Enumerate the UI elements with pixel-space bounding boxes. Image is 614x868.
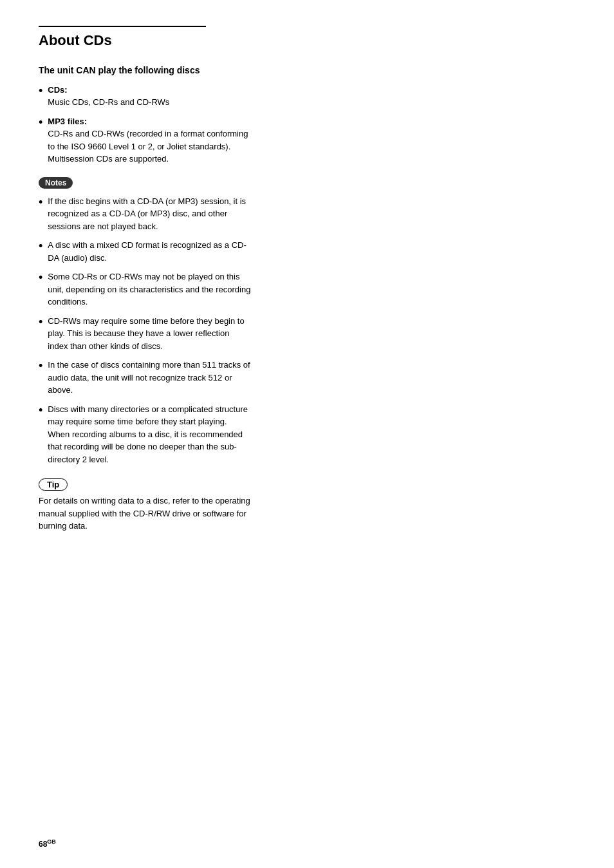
bullet-dot: • (39, 82, 42, 100)
list-item-label: CDs: (48, 85, 67, 95)
list-item-content: In the case of discs containing more tha… (48, 359, 251, 397)
list-item-label: MP3 files: (48, 117, 87, 126)
list-item: • Discs with many directories or a compl… (39, 403, 251, 466)
can-play-list: • CDs: Music CDs, CD-Rs and CD-RWs • MP3… (39, 84, 251, 165)
notes-badge: Notes (39, 177, 73, 189)
list-item: • In the case of discs containing more t… (39, 359, 251, 397)
list-item: • CDs: Music CDs, CD-Rs and CD-RWs (39, 84, 251, 109)
page-title: About CDs (39, 32, 251, 49)
list-item-description: Music CDs, CD-Rs and CD-RWs (48, 97, 169, 107)
notes-list: • If the disc begins with a CD-DA (or MP… (39, 195, 251, 466)
list-item-content: If the disc begins with a CD-DA (or MP3)… (48, 195, 251, 233)
bullet-dot: • (39, 194, 42, 211)
bullet-dot: • (39, 238, 42, 255)
tip-section: Tip For details on writing data to a dis… (39, 478, 251, 533)
notes-section: Notes • If the disc begins with a CD-DA … (39, 177, 251, 466)
top-rule (39, 26, 206, 27)
tip-badge-wrap: Tip (39, 478, 251, 491)
list-item: • CD-RWs may require some time before th… (39, 315, 251, 353)
bullet-dot: • (39, 114, 42, 131)
list-item-content: CDs: Music CDs, CD-Rs and CD-RWs (48, 84, 251, 109)
bullet-dot: • (39, 357, 42, 375)
tip-text: For details on writing data to a disc, r… (39, 495, 251, 533)
list-item: • Some CD-Rs or CD-RWs may not be played… (39, 270, 251, 308)
list-item: • If the disc begins with a CD-DA (or MP… (39, 195, 251, 233)
list-item-content: A disc with a mixed CD format is recogni… (48, 239, 251, 264)
list-item: • MP3 files: CD-Rs and CD-RWs (recorded … (39, 115, 251, 165)
page: About CDs The unit CAN play the followin… (0, 0, 614, 868)
list-item: • A disc with a mixed CD format is recog… (39, 239, 251, 264)
list-item-description: CD-Rs and CD-RWs (recorded in a format c… (48, 129, 248, 164)
list-item-content: Some CD-Rs or CD-RWs may not be played o… (48, 270, 251, 308)
bullet-dot: • (39, 314, 42, 331)
bullet-dot: • (39, 402, 42, 419)
list-item-content: MP3 files: CD-Rs and CD-RWs (recorded in… (48, 115, 251, 165)
list-item-content: CD-RWs may require some time before they… (48, 315, 251, 353)
can-play-heading: The unit CAN play the following discs (39, 64, 251, 77)
list-item-content: Discs with many directories or a complic… (48, 403, 251, 466)
tip-badge: Tip (39, 478, 68, 491)
content-column: About CDs The unit CAN play the followin… (39, 26, 251, 533)
bullet-dot: • (39, 269, 42, 287)
page-number: 68GB (39, 838, 56, 849)
